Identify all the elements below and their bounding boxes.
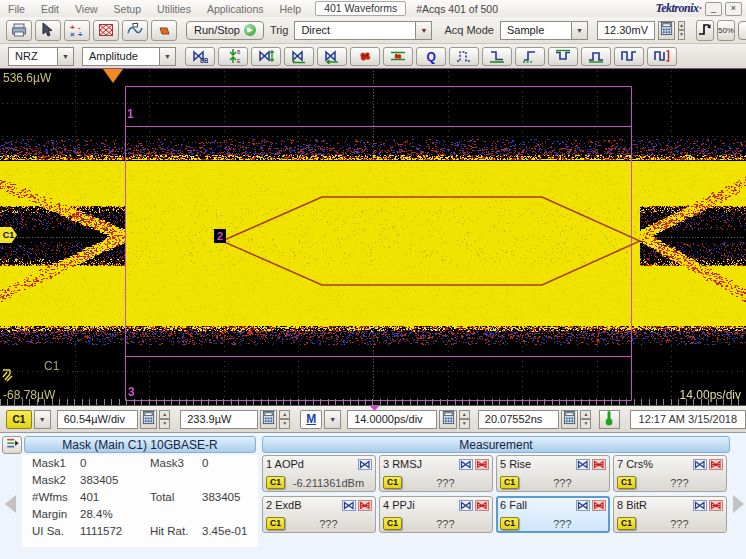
measurement-tile-rise[interactable]: 5 Rise C1??? <box>496 455 610 492</box>
math-select-button[interactable]: M <box>300 410 322 429</box>
pointer-icon-button[interactable] <box>35 20 61 41</box>
noise-icon-button[interactable] <box>383 47 413 66</box>
eye-diagram-canvas <box>0 69 746 405</box>
thermometer-icon-button[interactable] <box>599 410 619 429</box>
menu-utilities[interactable]: Utilities <box>149 3 199 15</box>
close-button[interactable]: × <box>725 2 742 16</box>
keypad-icon-button[interactable] <box>439 410 456 429</box>
mask-statistics: Mask10Mask30 Mask2383405 #Wfms401Total38… <box>22 455 258 547</box>
q-factor-icon-button[interactable]: Q <box>416 47 446 66</box>
eye-db-icon-button[interactable]: dB <box>185 47 215 66</box>
menu-applications[interactable]: Applications <box>199 3 272 15</box>
scroll-left-arrow[interactable] <box>5 495 16 513</box>
waveform-display-area: 536.6µW -68.78µW C1 14.00ps/div 1 2 3 C1 <box>0 68 746 405</box>
trigger-level-input[interactable]: 12.30mV <box>597 21 655 40</box>
measurement-tile-icons <box>358 459 372 470</box>
eye-histogram-icon-button[interactable] <box>284 47 314 66</box>
mask-stat-value: 1111572 <box>80 525 150 542</box>
eye-mask-icon <box>459 459 473 470</box>
calculator-icon-button[interactable]: +-×÷ <box>64 20 90 41</box>
pulse-fall-icon-button[interactable] <box>482 47 512 66</box>
source-badge: C1 <box>266 476 285 489</box>
vertical-scale-stepper[interactable]: ▲▼ <box>159 410 170 429</box>
signal-type-dropdown[interactable]: NRZ ▼ <box>8 47 74 66</box>
set-to-50-percent-button[interactable]: 50% <box>717 20 735 41</box>
eraser-icon-button[interactable] <box>151 20 177 41</box>
trig-label: Trig <box>267 24 292 36</box>
vertical-scale-input[interactable]: 60.54µW/div <box>57 410 138 429</box>
minimize-button[interactable]: _ <box>705 2 722 16</box>
measurement-value: ??? <box>402 477 489 489</box>
measurement-tile-aopd[interactable]: 1 AOPd C1-6.211361dBm <box>262 455 376 492</box>
mask1-label: 1 <box>127 107 134 121</box>
vertical-position-stepper[interactable]: ▲▼ <box>279 410 290 429</box>
horizontal-scale-stepper[interactable]: ▲▼ <box>459 410 470 429</box>
keypad-icon-button[interactable] <box>658 21 675 40</box>
horizontal-reference-marker-icon[interactable] <box>103 69 123 83</box>
measurement-tile-icons <box>342 500 372 511</box>
vertical-position-input[interactable]: 233.9µW <box>180 410 258 429</box>
pulse-neg-icon-button[interactable] <box>548 47 578 66</box>
eye-height-icon-button[interactable] <box>251 47 281 66</box>
menu-view[interactable]: View <box>67 3 106 15</box>
acq-mode-dropdown[interactable]: Sample ▼ <box>500 21 588 40</box>
run-stop-button[interactable]: Run/Stop ▶ <box>186 21 264 40</box>
measurement-panel-header[interactable]: Measurement <box>262 436 730 453</box>
eye-mask-icon <box>576 459 590 470</box>
measurement-category-dropdown[interactable]: Amplitude ▼ <box>82 47 176 66</box>
results-panel: Mask (Main C1) 10GBASE-R Mask10Mask30 Ma… <box>0 432 746 559</box>
source-badge: C1 <box>500 517 519 530</box>
keypad-icon-button[interactable] <box>260 410 277 429</box>
measurement-tile-ppji[interactable]: 4 PPJi C1??? <box>379 496 493 533</box>
menu-edit[interactable]: Edit <box>33 3 67 15</box>
horizontal-scale-input[interactable]: 14.0000ps/div <box>347 410 437 429</box>
jitter-icon-button[interactable] <box>350 47 380 66</box>
measurement-tile-bitr[interactable]: 8 BitR C1??? <box>613 496 727 533</box>
pulse-train-icon-button[interactable] <box>614 47 644 66</box>
mask-stat-label: Hit Rat. <box>150 525 202 542</box>
chevron-down-icon[interactable]: ▼ <box>34 410 51 429</box>
svg-text:dB: dB <box>200 57 208 64</box>
waveform-measure-icon-button[interactable] <box>122 20 148 41</box>
printer-icon-button[interactable] <box>6 20 32 41</box>
keypad-icon-button[interactable] <box>561 410 578 429</box>
horizontal-position-input[interactable]: 20.07552ns <box>478 410 559 429</box>
eye-width-icon-button[interactable] <box>317 47 347 66</box>
svg-text:Q: Q <box>427 50 436 64</box>
trigger-level-stepper[interactable]: ▲▼ <box>678 21 685 40</box>
pulse-dotted-icon-button[interactable] <box>449 47 479 66</box>
channel-select-button[interactable]: C1 <box>6 410 32 429</box>
menu-file[interactable]: File <box>0 3 33 15</box>
measurement-grid: 1 AOPd C1-6.211361dBm 3 RMSJ C1??? 5 Ris… <box>262 455 730 533</box>
measurement-label: 3 RMSJ <box>383 458 459 470</box>
scroll-right-arrow[interactable] <box>733 495 744 513</box>
measurement-value: ??? <box>402 518 489 530</box>
bit-rate-icon-button[interactable] <box>647 47 677 66</box>
mask-stat-value: 0 <box>80 457 150 474</box>
mask-test-icon-button[interactable] <box>93 20 119 41</box>
measurement-tile-crs[interactable]: 7 Crs% C1??? <box>613 455 727 492</box>
measurement-tile-rmsj[interactable]: 3 RMSJ C1??? <box>379 455 493 492</box>
menu-setup[interactable]: Setup <box>106 3 149 15</box>
svg-text:B: B <box>237 49 241 55</box>
svg-text:E: E <box>237 58 241 64</box>
app-button[interactable]: App <box>738 21 746 40</box>
measurement-label: 6 Fall <box>500 499 576 511</box>
pulse-rise-icon-button[interactable] <box>515 47 545 66</box>
mask-panel-header[interactable]: Mask (Main C1) 10GBASE-R <box>24 436 256 453</box>
measurement-tile-exdb[interactable]: 2 ExdB C1??? <box>262 496 376 533</box>
chevron-down-icon[interactable]: ▼ <box>324 410 341 429</box>
pulse-pos-icon-button[interactable] <box>581 47 611 66</box>
keypad-icon-button[interactable] <box>140 410 157 429</box>
split-arrows-icon-button[interactable]: BE <box>218 47 248 66</box>
edge-trigger-button[interactable] <box>696 20 714 41</box>
trigger-source-dropdown[interactable]: Direct ▼ <box>294 21 432 40</box>
eye-mask-icon <box>693 500 707 511</box>
ground-reference-icon <box>1 367 19 387</box>
panel-menu-button[interactable] <box>2 436 22 454</box>
source-badge: C1 <box>383 517 402 530</box>
horizontal-position-stepper[interactable]: ▲▼ <box>580 410 591 429</box>
menu-help[interactable]: Help <box>272 3 310 15</box>
measurement-tile-fall[interactable]: 6 Fall C1??? <box>496 496 610 533</box>
source-badge: C1 <box>383 476 402 489</box>
